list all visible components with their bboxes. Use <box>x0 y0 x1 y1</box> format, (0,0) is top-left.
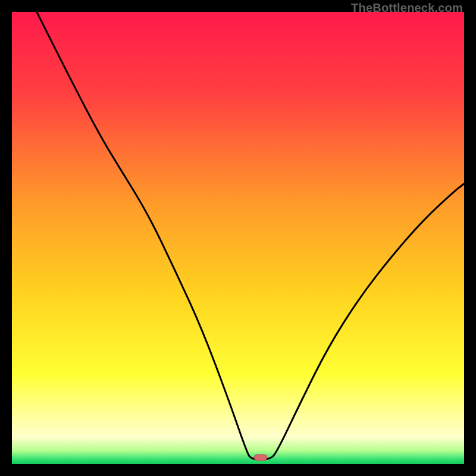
bottleneck-curve <box>12 12 464 464</box>
chart-frame: TheBottleneck.com <box>0 0 476 476</box>
curve-path <box>37 12 464 459</box>
optimal-marker <box>254 454 267 461</box>
plot-area <box>12 12 464 464</box>
